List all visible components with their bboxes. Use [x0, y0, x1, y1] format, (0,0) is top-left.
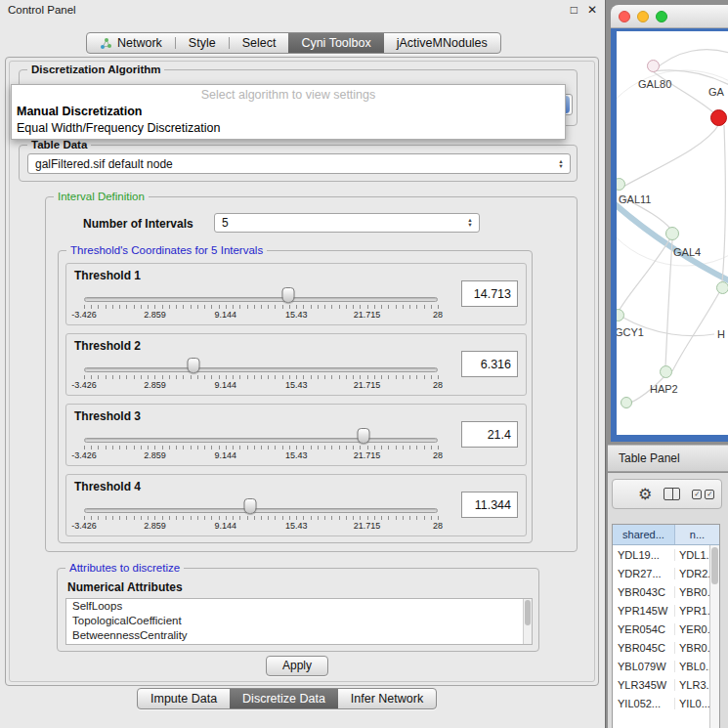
tab-style[interactable]: Style: [176, 33, 229, 53]
threshold-3-label: Threshold 3: [74, 409, 141, 423]
select-checkboxes-icon[interactable]: ✓ ✓: [692, 490, 714, 499]
threshold-1-label: Threshold 1: [74, 269, 141, 282]
table-row[interactable]: YIL052...YIL0...: [613, 694, 719, 712]
tab-jactivemnodules[interactable]: jActiveMNodules: [384, 33, 500, 53]
table-row[interactable]: YBR043CYBR0...: [613, 582, 719, 601]
threshold-4-value-field[interactable]: 11.344: [461, 492, 518, 518]
table-row[interactable]: YLR345WYLR3...: [613, 675, 719, 694]
scale-label: 28: [433, 310, 443, 320]
close-icon[interactable]: ✕: [587, 3, 597, 17]
table-row[interactable]: YBL079WYBL0...: [613, 657, 719, 675]
table-row[interactable]: YER054CYER0...: [613, 620, 719, 638]
threshold-1-panel: Threshold 1 -3.426 2.859 9.144 15.43 21.…: [65, 263, 527, 325]
table-row[interactable]: YDR27...YDR2...: [613, 564, 719, 582]
dropdown-hint: Select algorithm to view settings: [12, 87, 565, 104]
group-title: Discretization Algorithm: [27, 64, 164, 75]
table-panel: ⚙ ✓ ✓ shared... n... YDL19...YDL1... YDR…: [608, 473, 728, 728]
scale-label: 9.144: [215, 521, 237, 531]
network-node[interactable]: [665, 227, 679, 240]
threshold-1-value-field[interactable]: 14.713: [461, 280, 518, 307]
tab-cyni-toolbox[interactable]: Cyni Toolbox: [288, 33, 383, 53]
scale-label: 2.859: [144, 450, 166, 460]
list-scrollbar[interactable]: [523, 599, 532, 644]
slider-track[interactable]: [84, 508, 438, 513]
slider-track[interactable]: [84, 297, 438, 302]
number-of-intervals-select[interactable]: 5 ▲▼: [214, 213, 480, 233]
columns-icon[interactable]: [664, 488, 680, 500]
slider-scale: -3.426 2.859 9.144 15.43 21.715 28: [84, 450, 438, 461]
dropdown-option-manual-discretization[interactable]: Manual Discretization: [12, 104, 565, 120]
close-traffic-light[interactable]: [619, 11, 630, 22]
threshold-2-value-field[interactable]: 6.316: [461, 351, 518, 377]
apply-button[interactable]: Apply: [266, 656, 328, 676]
interval-definition-group: Interval Definition Number of Intervals …: [45, 196, 578, 552]
tab-infer-network[interactable]: Infer Network: [338, 689, 436, 708]
table-data-select[interactable]: galFiltered.sif default node ▲▼: [27, 153, 571, 174]
list-item[interactable]: SelfLoops: [66, 599, 532, 614]
threshold-3-panel: Threshold 3 -3.426 2.859 9.144 15.43 21.…: [65, 404, 527, 466]
network-node-selected[interactable]: [710, 109, 727, 126]
slider-scale: -3.426 2.859 9.144 15.43 21.715 28: [84, 521, 438, 532]
table-row[interactable]: YDL19...YDL1...: [613, 545, 719, 564]
tab-impute-data[interactable]: Impute Data: [138, 689, 230, 708]
table-row[interactable]: YBR045CYBR0...: [613, 638, 719, 657]
tab-discretize-data[interactable]: Discretize Data: [230, 689, 338, 708]
threshold-3-value-field[interactable]: 21.4: [461, 421, 518, 448]
network-node[interactable]: [716, 281, 728, 294]
node-label: H: [717, 328, 725, 340]
dropdown-option-equal-width-frequency[interactable]: Equal Width/Frequency Discretization: [12, 120, 565, 137]
list-item[interactable]: BetweennessCentrality: [66, 628, 532, 643]
scrollbar-thumb[interactable]: [711, 547, 718, 584]
zoom-traffic-light[interactable]: [656, 11, 667, 22]
slider-track[interactable]: [84, 438, 438, 443]
slider-thumb[interactable]: [188, 358, 200, 373]
network-canvas[interactable]: GAL80 GA GAL11 GAL4 GCY1 H HAP2: [617, 31, 728, 435]
tab-label: Style: [189, 36, 216, 50]
combo-stepper-icon[interactable]: ▲▼: [555, 159, 570, 169]
scale-label: 15.43: [285, 310, 308, 320]
checkbox-icon[interactable]: ✓: [705, 490, 714, 499]
network-window-titlebar: [611, 5, 728, 28]
column-header-name[interactable]: n...: [675, 525, 719, 544]
threshold-3-slider[interactable]: -3.426 2.859 9.144 15.43 21.715 28: [84, 426, 438, 463]
combo-stepper-icon[interactable]: ▲▼: [464, 218, 479, 228]
gear-icon[interactable]: ⚙: [638, 487, 652, 502]
network-node[interactable]: [647, 60, 660, 72]
threshold-4-slider[interactable]: -3.426 2.859 9.144 15.43 21.715 28: [84, 496, 438, 534]
network-node[interactable]: [621, 397, 632, 408]
control-panel-titlebar: Control Panel □ ✕: [0, 0, 605, 20]
node-label: GAL4: [673, 246, 701, 258]
slider-track[interactable]: [84, 367, 438, 372]
slider-ticks: [84, 516, 439, 520]
table-data-group: Table Data galFiltered.sif default node …: [19, 145, 578, 182]
threshold-2-slider[interactable]: -3.426 2.859 9.144 15.43 21.715 28: [84, 356, 438, 393]
group-title: Attributes to discretize: [65, 562, 184, 574]
group-title: Interval Definition: [54, 191, 149, 202]
checkbox-icon[interactable]: ✓: [692, 490, 702, 499]
scrollbar-thumb[interactable]: [525, 600, 531, 625]
cyni-mode-tab-bar: Impute Data Discretize Data Infer Networ…: [137, 688, 437, 709]
tab-label: Network: [117, 36, 162, 50]
tab-label: Impute Data: [150, 692, 217, 706]
list-item[interactable]: TopologicalCoefficient: [66, 614, 532, 628]
tab-select[interactable]: Select: [230, 33, 289, 53]
scale-label: 21.715: [354, 521, 381, 531]
scale-label: 9.144: [215, 450, 237, 460]
slider-thumb[interactable]: [244, 498, 257, 514]
slider-thumb[interactable]: [357, 428, 369, 444]
algorithm-dropdown-popup: Select algorithm to view settings Manual…: [11, 84, 566, 140]
table-row[interactable]: YPR145WYPR1...: [613, 601, 719, 620]
network-node[interactable]: [660, 365, 672, 378]
table-scrollbar[interactable]: [709, 545, 719, 728]
threshold-1-slider[interactable]: -3.426 2.859 9.144 15.43 21.715 28: [84, 285, 438, 322]
minimize-traffic-light[interactable]: [637, 11, 649, 22]
scale-label: 21.715: [354, 310, 381, 320]
column-header-shared[interactable]: shared...: [613, 525, 675, 544]
slider-thumb[interactable]: [281, 287, 294, 303]
control-panel-window: Control Panel □ ✕ Network Style: [0, 0, 606, 728]
float-window-icon[interactable]: □: [571, 3, 578, 17]
scale-label: -3.426: [71, 521, 97, 531]
threshold-4-panel: Threshold 4 -3.426 2.859 9.144 15.43 21.…: [65, 474, 527, 536]
combo-value: galFiltered.sif default node: [35, 157, 173, 171]
tab-network[interactable]: Network: [87, 33, 175, 53]
